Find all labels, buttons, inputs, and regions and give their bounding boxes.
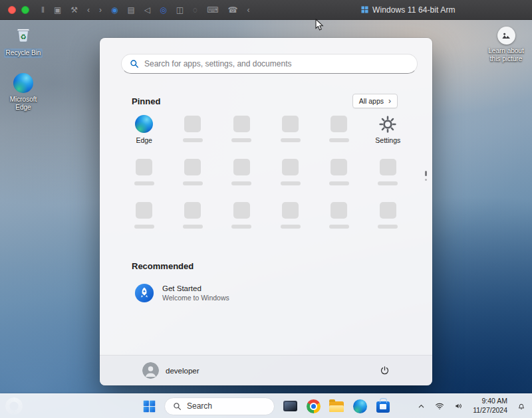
edge-desktop-icon[interactable]: Microsoft Edge [3, 73, 44, 112]
pinned-app-label: Edge [136, 136, 152, 144]
pinned-app-placeholder[interactable] [120, 158, 168, 193]
window-controls [0, 6, 29, 14]
titlebar[interactable]: ‖▣⚒‹›◉▤◁◎◫◌⌨☎‹ Windows 11 64-bit Arm [0, 0, 532, 20]
placeholder-app-label [281, 181, 301, 185]
taskbar[interactable]: Search 9:40 AM [0, 393, 532, 418]
notification-bell-icon[interactable] [515, 399, 528, 413]
learn-about-picture-icon[interactable]: Learn about this picture [484, 27, 528, 63]
placeholder-app-icon [233, 202, 250, 219]
usb-icon[interactable]: ◫ [176, 6, 184, 14]
pinned-app-label: Settings [375, 136, 400, 144]
placeholder-app-label [134, 181, 154, 185]
file-explorer-icon [329, 401, 344, 412]
network-icon[interactable] [433, 399, 446, 413]
camera-icon[interactable]: ◎ [160, 6, 166, 14]
pinned-app-placeholder[interactable] [217, 158, 266, 193]
headset-icon[interactable]: ◌ [193, 6, 198, 14]
placeholder-app-label [281, 225, 301, 229]
placeholder-app-icon [331, 202, 347, 219]
user-profile-button[interactable]: developer [137, 360, 205, 381]
tools-icon[interactable]: ⚒ [70, 6, 78, 14]
pinned-app-placeholder[interactable] [315, 115, 363, 150]
edge-app-button[interactable] [349, 396, 370, 416]
all-apps-button[interactable]: All apps › [352, 94, 398, 108]
placeholder-app-label [183, 181, 203, 185]
all-apps-label: All apps [359, 97, 384, 105]
taskbar-search[interactable]: Search [164, 397, 275, 415]
placeholder-app-label [231, 181, 251, 185]
recommended-header: Recommended [132, 261, 194, 271]
disk-icon[interactable]: ◉ [111, 6, 118, 14]
desktop-icon-label: Microsoft Edge [3, 95, 44, 112]
start-menu-footer: developer [100, 355, 432, 385]
pinned-app-placeholder[interactable] [168, 201, 217, 236]
nav-forward-icon[interactable]: › [99, 6, 102, 14]
pc-app-button[interactable] [279, 396, 301, 416]
placeholder-app-label [281, 138, 301, 142]
keyboard-icon[interactable]: ⌨ [207, 6, 218, 14]
close-button[interactable] [8, 6, 16, 14]
pinned-app-edge[interactable]: Edge [120, 115, 168, 150]
displays-icon[interactable]: ▣ [54, 6, 61, 14]
zoom-button[interactable] [21, 6, 29, 14]
user-name: developer [166, 367, 200, 375]
search-placeholder-text: Search for apps, settings, and documents [144, 59, 291, 68]
placeholder-app-icon [331, 116, 347, 132]
placeholder-app-icon [233, 116, 250, 132]
page-dot [425, 179, 427, 181]
store-app-button[interactable] [372, 396, 394, 416]
start-search-box[interactable]: Search for apps, settings, and documents [121, 54, 418, 74]
file-explorer-button[interactable] [326, 396, 347, 416]
pinned-app-placeholder[interactable] [168, 115, 217, 150]
recommended-section-header-row: Recommended [132, 260, 194, 272]
pinned-app-placeholder[interactable] [217, 115, 266, 150]
power-button[interactable] [376, 362, 394, 379]
start-menu: Search for apps, settings, and documents… [100, 38, 432, 385]
chrome-icon [307, 399, 321, 413]
edge-logo-icon [13, 73, 33, 93]
desktop[interactable]: ♻ Recycle Bin Microsoft Edge Learn about… [0, 20, 532, 418]
pinned-app-placeholder[interactable] [364, 201, 412, 236]
placeholder-app-icon [331, 159, 347, 175]
search-icon [130, 59, 139, 68]
collapse-toolbar-icon[interactable]: ‹ [247, 6, 249, 14]
recycle-bin-icon[interactable]: ♻ Recycle Bin [3, 24, 44, 58]
pinned-app-placeholder[interactable] [266, 115, 315, 150]
pinned-app-placeholder[interactable] [120, 201, 168, 236]
search-icon [173, 402, 182, 411]
settings-gear-icon [379, 115, 397, 133]
tray-time: 9:40 AM [481, 397, 507, 406]
placeholder-app-icon [136, 202, 152, 219]
placeholder-app-icon [184, 159, 201, 175]
placeholder-app-label [183, 138, 203, 142]
pinned-app-settings[interactable]: Settings [364, 115, 412, 150]
start-button[interactable] [138, 396, 160, 416]
placeholder-app-label [378, 181, 398, 185]
placeholder-app-label [329, 225, 349, 229]
user-avatar [142, 362, 159, 379]
picture-info-icon [497, 27, 515, 45]
taskbar-clock[interactable]: 9:40 AM 11/27/2024 [471, 397, 509, 415]
nav-back-icon[interactable]: ‹ [87, 6, 90, 14]
volume-icon[interactable] [452, 399, 466, 413]
pinned-app-placeholder[interactable] [168, 158, 217, 193]
pagination-dots[interactable] [425, 171, 427, 181]
pinned-app-placeholder[interactable] [315, 158, 363, 193]
placeholder-app-icon [380, 159, 396, 175]
printer-icon[interactable]: ▤ [128, 6, 135, 14]
pinned-app-placeholder[interactable] [315, 201, 363, 236]
pinned-app-placeholder[interactable] [364, 158, 412, 193]
recommended-item-get-started[interactable]: Get Started Welcome to Windows [129, 280, 235, 306]
phone-icon[interactable]: ☎ [227, 6, 237, 14]
pinned-app-placeholder[interactable] [217, 201, 266, 236]
placeholder-app-label [231, 225, 251, 229]
vm-window: ‖▣⚒‹›◉▤◁◎◫◌⌨☎‹ Windows 11 64-bit Arm ♻ R… [0, 0, 532, 418]
chrome-app-button[interactable] [303, 396, 324, 416]
hidden-icons-chevron-icon[interactable] [416, 401, 427, 412]
volume-icon[interactable]: ◁ [144, 6, 150, 14]
pinned-app-placeholder[interactable] [266, 201, 315, 236]
pause-icon[interactable]: ‖ [41, 6, 45, 14]
pinned-app-placeholder[interactable] [266, 158, 315, 193]
placeholder-app-label [378, 225, 398, 229]
pinned-grid: EdgeSettings [120, 115, 412, 236]
